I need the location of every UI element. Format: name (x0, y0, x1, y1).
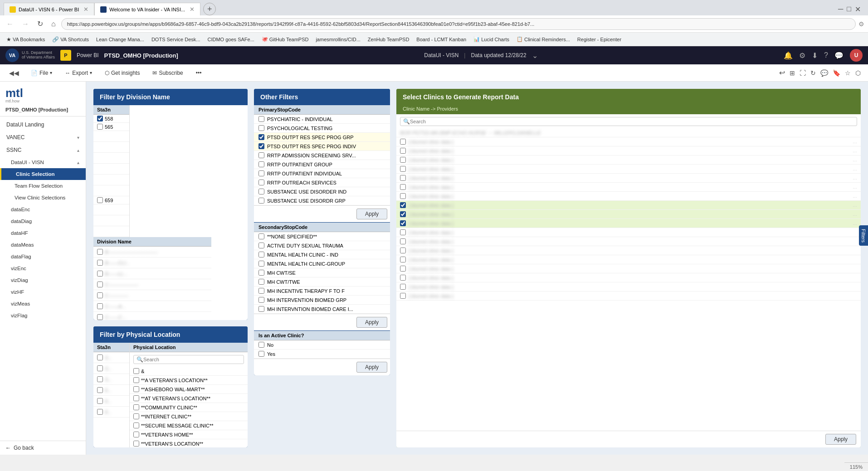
checkbox-internet[interactable] (133, 413, 139, 419)
checkbox-659[interactable] (97, 197, 103, 203)
checkbox-div2[interactable] (97, 260, 103, 266)
clinic-checkbox-7[interactable] (400, 193, 406, 199)
checkbox-6b[interactable] (97, 398, 103, 404)
checkbox-ptsd-grp[interactable] (258, 134, 264, 140)
sidebar-item-ssnc[interactable]: SSNC ▴ (0, 144, 86, 156)
clinic-checkbox-1[interactable] (400, 139, 406, 145)
chevron-down-icon[interactable]: ⌄ (532, 51, 538, 60)
checkbox-vethome[interactable] (133, 432, 139, 437)
checkbox-atvet[interactable] (133, 395, 139, 401)
clinic-checkbox-9[interactable] (400, 211, 406, 217)
more-options-button[interactable]: ••• (193, 68, 205, 78)
settings-icon[interactable]: ⚙ (799, 51, 805, 60)
clinic-checkbox-8[interactable] (400, 202, 406, 208)
export-button[interactable]: ↔ Export ▾ (62, 68, 95, 78)
download-icon[interactable]: ⬇ (812, 51, 818, 60)
sidebar-item-clinic-selection[interactable]: Clinic Selection (0, 168, 86, 180)
checkbox-vet1[interactable] (133, 377, 139, 383)
collapse-sidebar-button[interactable]: ◀◀ (7, 68, 21, 78)
minimize-button[interactable]: ─ (838, 5, 843, 14)
user-avatar[interactable]: U (850, 49, 863, 62)
share-button[interactable]: ⬡ (855, 69, 861, 77)
checkbox-div1[interactable] (97, 249, 103, 255)
checkbox-rrtp-out[interactable] (258, 180, 264, 185)
sidebar-item-vizmeas[interactable]: vizMeas (0, 298, 86, 310)
checkbox-8[interactable] (97, 409, 103, 415)
sidebar-item-team-flow-selection[interactable]: Team Flow Selection (0, 180, 86, 192)
maximize-button[interactable]: □ (847, 5, 851, 14)
checkbox-mh-grp[interactable] (258, 261, 264, 267)
insights-button[interactable]: ⬡ Get insights (102, 68, 142, 78)
refresh-report-button[interactable]: ↻ (810, 69, 816, 77)
checkbox-sud-grp[interactable] (258, 198, 264, 204)
checkbox-ptsd-indiv[interactable] (258, 143, 264, 149)
checkbox-rrtp-screen[interactable] (258, 152, 264, 158)
clinic-checkbox-18[interactable] (400, 293, 406, 299)
checkbox-none-specified[interactable] (258, 233, 264, 239)
clinic-checkbox-14[interactable] (400, 257, 406, 262)
checkbox-s3[interactable] (97, 376, 103, 382)
clinic-checkbox-12[interactable] (400, 238, 406, 244)
checkbox-amp[interactable] (133, 368, 139, 374)
filters-side-tab[interactable]: Filters (859, 225, 868, 246)
bookmark-cidmo[interactable]: CIDMO goes SAFe... (205, 36, 257, 43)
clinic-checkbox-10[interactable] (400, 220, 406, 226)
checkbox-div4[interactable] (97, 282, 103, 287)
clinic-checkbox-17[interactable] (400, 284, 406, 290)
checkbox-mh-cwt-se[interactable] (258, 270, 264, 276)
go-back-button[interactable]: ← Go back (0, 441, 86, 455)
checkbox-558[interactable] (97, 116, 103, 121)
forward-button[interactable]: → (19, 19, 32, 29)
checkbox-div3[interactable] (97, 271, 103, 277)
sidebar-item-datameas[interactable]: dataMeas (0, 239, 86, 251)
clinic-apply-button[interactable]: Apply (825, 434, 856, 445)
clinic-checkbox-4[interactable] (400, 166, 406, 172)
bookmark-zenhub[interactable]: ZenHub TeamPSD (365, 36, 412, 43)
address-input[interactable] (61, 18, 856, 30)
sidebar-item-vizdiag[interactable]: vizDiag (0, 274, 86, 286)
checkbox-div6[interactable] (97, 303, 103, 309)
clinic-checkbox-6[interactable] (400, 184, 406, 190)
checkbox-mh-incentive[interactable] (258, 288, 264, 294)
refresh-button[interactable]: ↻ (34, 19, 46, 29)
back-button[interactable]: ← (4, 19, 16, 29)
clinic-search-input[interactable] (410, 119, 854, 124)
checkbox-mh-cwt-twe[interactable] (258, 279, 264, 285)
checkbox-secure[interactable] (133, 422, 139, 428)
clinic-checkbox-2[interactable] (400, 148, 406, 154)
sidebar-item-view-clinic-selections[interactable]: View Clinic Selections (0, 192, 86, 204)
sidebar-item-datauivisn[interactable]: DataUI - VISN ▴ (0, 156, 86, 168)
checkbox-yes[interactable] (258, 351, 264, 357)
bookmark-epicenter[interactable]: Register - Epicenter (575, 36, 624, 43)
checkbox-mh-interv-biomed2[interactable] (258, 306, 264, 312)
home-button[interactable]: ⌂ (49, 19, 59, 29)
checkbox-s1[interactable] (97, 354, 103, 360)
bookmark-dots[interactable]: DOTS Service Desk... (149, 36, 203, 43)
checkbox-adst[interactable] (258, 243, 264, 248)
clinic-checkbox-13[interactable] (400, 248, 406, 253)
sidebar-item-datadiag[interactable]: dataDiag (0, 215, 86, 227)
tab-powerbi[interactable]: DataUI - VISN 6 - Power BI ✕ (4, 3, 94, 15)
tab-close-vainsider[interactable]: ✕ (190, 6, 195, 13)
sidebar-item-datahf[interactable]: dataHF (0, 227, 86, 239)
sidebar-item-vanec[interactable]: VANEC ▾ (0, 131, 86, 144)
checkbox-psych-testing[interactable] (258, 125, 264, 131)
checkbox-div7[interactable] (97, 314, 103, 320)
bookmark-va-bookmarks[interactable]: ★ VA Bookmarks (4, 35, 48, 44)
checkbox-rrtp-ind[interactable] (258, 170, 264, 176)
sidebar-item-vizenc[interactable]: vizEnc (0, 262, 86, 274)
file-button[interactable]: 📄 File ▾ (28, 68, 55, 78)
star-report-button[interactable]: ☆ (845, 69, 851, 77)
checkbox-psychiatric[interactable] (258, 116, 264, 122)
checkbox-no[interactable] (258, 342, 264, 348)
bookmark-lean-change[interactable]: Lean Change Mana... (93, 36, 147, 43)
bookmark-board[interactable]: Board - LCMT Kanban (414, 36, 469, 43)
secondary-apply-button[interactable]: Apply (356, 317, 387, 328)
active-apply-button[interactable]: Apply (356, 362, 387, 373)
clinic-checkbox-3[interactable] (400, 157, 406, 163)
bookmark-va-shortcuts[interactable]: 🔗 VA Shortcuts (49, 35, 92, 44)
sidebar-item-vizflag[interactable]: vizFlag (0, 310, 86, 321)
checkbox-565[interactable] (97, 124, 103, 130)
sidebar-item-dataflag[interactable]: dataFlag (0, 251, 86, 262)
clinic-checkbox-16[interactable] (400, 275, 406, 281)
